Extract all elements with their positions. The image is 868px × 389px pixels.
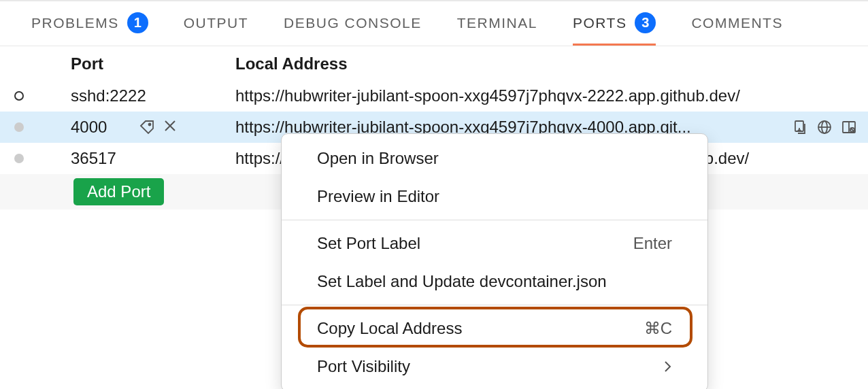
menu-label: Copy Local Address xyxy=(317,319,462,338)
tab-ports[interactable]: PORTS 3 xyxy=(573,8,656,37)
local-address: https://hubwriter-jubilant-spoon-xxg4597… xyxy=(235,86,740,105)
tab-terminal[interactable]: TERMINAL xyxy=(457,11,537,35)
menu-separator xyxy=(282,220,707,220)
chevron-right-icon xyxy=(663,360,672,373)
port-name: 4000 xyxy=(71,118,107,137)
svg-point-0 xyxy=(149,124,151,126)
tab-badge: 3 xyxy=(635,12,656,33)
tab-debug-console[interactable]: DEBUG CONSOLE xyxy=(284,11,422,35)
port-name: 36517 xyxy=(71,149,116,168)
context-menu: Open in Browser Preview in Editor Set Po… xyxy=(281,133,708,389)
close-icon[interactable] xyxy=(163,119,177,135)
menu-label: Open in Browser xyxy=(317,149,439,168)
tab-label: OUTPUT xyxy=(184,15,248,31)
circle-filled-icon xyxy=(14,154,24,163)
add-port-button[interactable]: Add Port xyxy=(73,178,164,205)
status-indicator xyxy=(0,122,38,132)
tab-label: COMMENTS xyxy=(691,15,783,31)
menu-label: Port Visibility xyxy=(317,357,410,376)
tab-label: TERMINAL xyxy=(457,15,537,31)
menu-label: Set Port Label xyxy=(317,234,420,253)
menu-preview-in-editor[interactable]: Preview in Editor xyxy=(282,177,707,216)
header-port: Port xyxy=(71,54,235,73)
tab-label: PROBLEMS xyxy=(31,15,119,31)
panel-tabs: PROBLEMS 1 OUTPUT DEBUG CONSOLE TERMINAL… xyxy=(0,0,868,46)
header-address: Local Address xyxy=(235,54,868,73)
table-headers: Port Local Address xyxy=(0,46,868,80)
status-indicator xyxy=(0,154,38,163)
circle-filled-icon xyxy=(14,122,24,132)
menu-label: Set Label and Update devcontainer.json xyxy=(317,272,607,291)
tab-problems[interactable]: PROBLEMS 1 xyxy=(31,8,148,37)
label-icon[interactable] xyxy=(139,119,155,135)
table-row[interactable]: sshd:2222 https://hubwriter-jubilant-spo… xyxy=(0,80,868,112)
menu-port-visibility[interactable]: Port Visibility xyxy=(282,348,707,386)
tab-badge: 1 xyxy=(127,12,148,33)
tab-label: PORTS xyxy=(573,15,627,31)
port-name: sshd:2222 xyxy=(71,86,146,105)
tab-output[interactable]: OUTPUT xyxy=(184,11,248,35)
tab-label: DEBUG CONSOLE xyxy=(284,15,422,31)
menu-shortcut: ⌘C xyxy=(644,319,672,338)
menu-label: Preview in Editor xyxy=(317,187,439,206)
status-indicator xyxy=(0,91,38,101)
menu-separator xyxy=(282,305,707,305)
menu-set-label-update-devcontainer[interactable]: Set Label and Update devcontainer.json xyxy=(282,263,707,301)
menu-set-port-label[interactable]: Set Port Label Enter xyxy=(282,224,707,263)
tab-comments[interactable]: COMMENTS xyxy=(691,11,783,35)
menu-shortcut: Enter xyxy=(633,234,672,253)
circle-outline-icon xyxy=(14,91,24,101)
menu-open-in-browser[interactable]: Open in Browser xyxy=(282,139,707,177)
globe-icon[interactable] xyxy=(816,119,833,135)
split-editor-icon[interactable] xyxy=(841,119,857,135)
menu-copy-local-address[interactable]: Copy Local Address ⌘C xyxy=(282,309,707,348)
copy-icon[interactable] xyxy=(792,119,808,135)
